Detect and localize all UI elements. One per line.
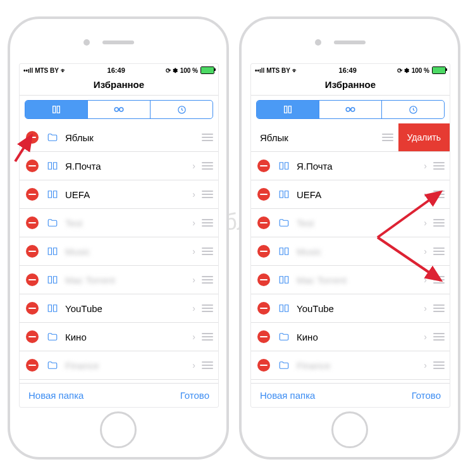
tab-bookmarks[interactable]: [257, 101, 319, 118]
svg-point-1: [120, 108, 123, 111]
delete-minus-icon[interactable]: [26, 330, 39, 343]
earpiece: [334, 41, 366, 44]
list-item[interactable]: Test›: [20, 209, 218, 237]
delete-minus-icon[interactable]: [26, 245, 39, 258]
drag-handle-icon[interactable]: [433, 333, 445, 341]
delete-minus-icon[interactable]: [26, 302, 39, 315]
item-title: Яблык: [65, 132, 199, 143]
tab-history[interactable]: [381, 101, 444, 118]
chevron-right-icon: ›: [424, 275, 427, 285]
drag-handle-icon[interactable]: [202, 333, 213, 341]
drag-handle-icon[interactable]: [433, 276, 445, 284]
chevron-right-icon: ›: [424, 360, 427, 370]
tab-reading-list[interactable]: [319, 101, 381, 118]
list-item[interactable]: Finance›: [251, 351, 450, 380]
folder-icon: [46, 330, 59, 343]
done-button[interactable]: Готово: [412, 390, 441, 401]
drag-handle-icon[interactable]: [433, 247, 445, 255]
list-item[interactable]: Music›: [20, 237, 218, 266]
drag-handle-icon[interactable]: [433, 162, 445, 170]
new-folder-button[interactable]: Новая папка: [260, 390, 315, 401]
done-button[interactable]: Готово: [180, 390, 209, 401]
drag-handle-icon[interactable]: [202, 361, 213, 369]
drag-handle-icon[interactable]: [382, 134, 393, 141]
bookmarks-list: ЯблыкУдалитьЯ.Почта›UEFA›Test›Music›Mac …: [251, 123, 450, 383]
delete-minus-icon[interactable]: [26, 131, 39, 144]
chevron-right-icon: ›: [192, 303, 195, 313]
chevron-right-icon: ›: [192, 360, 195, 370]
front-camera: [83, 39, 90, 46]
home-button[interactable]: [331, 411, 368, 448]
view-segmented-control[interactable]: [256, 100, 445, 119]
bookmark-icon: [278, 160, 290, 172]
list-item[interactable]: Кино›: [251, 323, 450, 351]
tab-reading-list[interactable]: [87, 101, 150, 118]
chevron-right-icon: ›: [424, 332, 427, 342]
tab-history[interactable]: [150, 101, 212, 118]
list-item[interactable]: ЯблыкУдалить: [251, 123, 450, 152]
delete-minus-icon[interactable]: [257, 245, 270, 258]
status-bar: ••ıll MTS BY ᯤ 16:49 ⟳ ✽100 %: [251, 64, 450, 75]
list-item[interactable]: UEFA›: [251, 180, 450, 209]
list-item[interactable]: Finance›: [20, 351, 218, 380]
delete-minus-icon[interactable]: [26, 188, 39, 201]
delete-minus-icon[interactable]: [257, 160, 270, 172]
delete-minus-icon[interactable]: [257, 302, 270, 315]
chevron-right-icon: ›: [192, 275, 195, 285]
delete-minus-icon[interactable]: [257, 330, 270, 343]
list-item[interactable]: Я.Почта›: [251, 152, 450, 180]
drag-handle-icon[interactable]: [202, 304, 213, 312]
chevron-right-icon: ›: [192, 332, 195, 342]
new-folder-button[interactable]: Новая папка: [28, 390, 83, 401]
list-item[interactable]: Mac Torrent›: [251, 266, 450, 294]
list-item[interactable]: Я.Почта›: [20, 152, 218, 180]
list-item[interactable]: Mac Torrent›: [20, 266, 218, 294]
delete-minus-icon[interactable]: [26, 160, 39, 172]
drag-handle-icon[interactable]: [433, 219, 445, 227]
list-item[interactable]: YouTube›: [251, 294, 450, 323]
carrier-name: MTS BY: [35, 67, 59, 74]
drag-handle-icon[interactable]: [202, 134, 213, 141]
item-title: UEFA: [65, 189, 190, 200]
bookmark-icon: [46, 245, 59, 258]
list-item[interactable]: Music›: [251, 237, 450, 266]
delete-button[interactable]: Удалить: [398, 123, 450, 151]
delete-minus-icon[interactable]: [257, 216, 270, 229]
bookmark-icon: [278, 273, 290, 286]
drag-handle-icon[interactable]: [433, 304, 445, 312]
delete-minus-icon[interactable]: [26, 216, 39, 229]
delete-minus-icon[interactable]: [26, 273, 39, 286]
delete-minus-icon[interactable]: [257, 273, 270, 286]
delete-minus-icon[interactable]: [257, 359, 270, 372]
home-button[interactable]: [100, 411, 137, 448]
drag-handle-icon[interactable]: [202, 276, 213, 284]
signal-bars: ••ıll: [23, 67, 33, 74]
drag-handle-icon[interactable]: [433, 191, 445, 198]
drag-handle-icon[interactable]: [202, 247, 213, 255]
item-title: YouTube: [297, 303, 421, 314]
chevron-right-icon: ›: [424, 303, 427, 313]
delete-minus-icon[interactable]: [26, 359, 39, 372]
drag-handle-icon[interactable]: [202, 219, 213, 227]
list-item[interactable]: Кино›: [20, 323, 218, 351]
chevron-right-icon: ›: [192, 246, 195, 256]
svg-point-4: [351, 108, 355, 111]
svg-point-0: [114, 108, 118, 111]
drag-handle-icon[interactable]: [433, 361, 445, 369]
list-item[interactable]: Test›: [251, 209, 450, 237]
folder-icon: [278, 330, 290, 343]
tab-bookmarks[interactable]: [25, 101, 87, 118]
battery-pct: 100 %: [180, 67, 198, 74]
drag-handle-icon[interactable]: [202, 162, 213, 170]
drag-handle-icon[interactable]: [202, 191, 213, 198]
item-title: Mac Torrent: [65, 275, 190, 285]
delete-minus-icon[interactable]: [257, 188, 270, 201]
bookmark-icon: [278, 302, 290, 315]
svg-point-3: [346, 108, 350, 111]
list-item[interactable]: UEFA›: [20, 180, 218, 209]
list-item[interactable]: YouTube›: [20, 294, 218, 323]
item-title: Я.Почта: [65, 161, 190, 172]
view-segmented-control[interactable]: [25, 100, 213, 119]
chevron-right-icon: ›: [192, 189, 195, 199]
list-item[interactable]: Яблык: [20, 123, 218, 152]
